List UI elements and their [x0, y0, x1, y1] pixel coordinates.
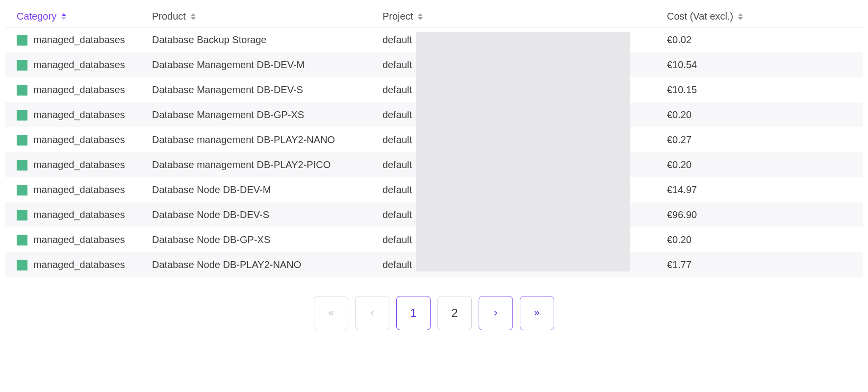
category-label: managed_databases	[33, 234, 125, 245]
category-color-swatch	[17, 260, 27, 270]
cost-label: €10.15	[667, 84, 697, 95]
category-color-swatch	[17, 160, 27, 171]
project-label: default	[383, 134, 412, 145]
cost-label: €14.97	[667, 184, 697, 195]
product-label: Database Node DB-PLAY2-NANO	[152, 259, 301, 270]
pagination-prev-button[interactable]	[355, 296, 389, 330]
column-header-category-label: Category	[17, 11, 56, 22]
table-row: managed_databasesDatabase Management DB-…	[5, 52, 863, 77]
category-color-swatch	[17, 35, 27, 46]
cost-table: Category Product Project	[5, 5, 863, 277]
category-label: managed_databases	[33, 259, 125, 270]
product-label: Database Management DB-DEV-M	[152, 59, 305, 70]
category-label: managed_databases	[33, 184, 125, 196]
cost-label: €10.54	[667, 59, 697, 70]
category-color-swatch	[17, 185, 27, 196]
table-row: managed_databasesDatabase Management DB-…	[5, 77, 863, 102]
table-row: managed_databasesDatabase Node DB-DEV-Sd…	[5, 202, 863, 227]
category-color-swatch	[17, 60, 27, 71]
project-label: default	[383, 234, 412, 245]
table-row: managed_databasesDatabase management DB-…	[5, 127, 863, 152]
category-label: managed_databases	[33, 59, 125, 71]
column-header-project[interactable]: Project	[383, 11, 423, 22]
cost-label: €0.20	[667, 234, 691, 245]
cost-label: €96.90	[667, 209, 697, 220]
product-label: Database management DB-PLAY2-PICO	[152, 159, 331, 170]
chevron-right-icon	[492, 309, 500, 317]
table-row: managed_databasesDatabase Node DB-PLAY2-…	[5, 252, 863, 277]
product-label: Database Node DB-GP-XS	[152, 234, 270, 245]
column-header-cost[interactable]: Cost (Vat excl.)	[667, 11, 743, 22]
cost-label: €0.20	[667, 159, 691, 170]
pagination: 1 2	[5, 296, 863, 330]
sort-icon	[61, 13, 66, 20]
cost-label: €0.27	[667, 134, 691, 145]
cost-label: €0.02	[667, 34, 691, 45]
project-label: default	[383, 209, 412, 220]
category-color-swatch	[17, 135, 27, 146]
category-label: managed_databases	[33, 109, 125, 121]
sort-icon	[418, 13, 423, 20]
column-header-product-label: Product	[152, 11, 186, 22]
project-label: default	[383, 59, 412, 70]
pagination-first-button[interactable]	[314, 296, 348, 330]
table-row: managed_databasesDatabase Backup Storage…	[5, 27, 863, 52]
column-header-project-label: Project	[383, 11, 413, 22]
product-label: Database Node DB-DEV-M	[152, 184, 271, 195]
project-label: default	[383, 184, 412, 195]
pagination-page-2-button[interactable]: 2	[437, 296, 472, 330]
category-color-swatch	[17, 110, 27, 121]
table-row: managed_databasesDatabase management DB-…	[5, 152, 863, 177]
category-color-swatch	[17, 210, 27, 220]
cost-label: €0.20	[667, 109, 691, 120]
column-header-cost-label: Cost (Vat excl.)	[667, 11, 733, 22]
sort-icon	[191, 13, 196, 20]
project-label: default	[383, 259, 412, 270]
column-header-product[interactable]: Product	[152, 11, 196, 22]
category-label: managed_databases	[33, 209, 125, 220]
project-label: default	[383, 84, 412, 95]
table-row: managed_databasesDatabase Management DB-…	[5, 102, 863, 127]
column-header-category[interactable]: Category	[17, 11, 66, 22]
sort-icon	[738, 13, 743, 20]
category-color-swatch	[17, 235, 27, 245]
pagination-last-button[interactable]	[520, 296, 554, 330]
category-label: managed_databases	[33, 134, 125, 146]
product-label: Database Backup Storage	[152, 34, 267, 45]
chevron-double-left-icon	[327, 309, 335, 317]
pagination-page-1-button[interactable]: 1	[396, 296, 431, 330]
category-label: managed_databases	[33, 84, 125, 96]
pagination-page-1-label: 1	[410, 306, 416, 320]
cost-label: €1.77	[667, 259, 691, 270]
pagination-next-button[interactable]	[479, 296, 513, 330]
category-label: managed_databases	[33, 159, 125, 171]
product-label: Database management DB-PLAY2-NANO	[152, 134, 335, 145]
category-color-swatch	[17, 85, 27, 96]
project-label: default	[383, 109, 412, 120]
table-header-row: Category Product Project	[5, 5, 863, 27]
product-label: Database Management DB-DEV-S	[152, 84, 303, 95]
category-label: managed_databases	[33, 34, 125, 46]
product-label: Database Node DB-DEV-S	[152, 209, 269, 220]
product-label: Database Management DB-GP-XS	[152, 109, 304, 120]
table-row: managed_databasesDatabase Node DB-GP-XSd…	[5, 227, 863, 252]
table-row: managed_databasesDatabase Node DB-DEV-Md…	[5, 177, 863, 202]
chevron-left-icon	[368, 309, 376, 317]
table-body: managed_databasesDatabase Backup Storage…	[5, 27, 863, 277]
chevron-double-right-icon	[533, 309, 541, 317]
project-label: default	[383, 34, 412, 45]
project-label: default	[383, 159, 412, 170]
pagination-page-2-label: 2	[451, 306, 458, 320]
